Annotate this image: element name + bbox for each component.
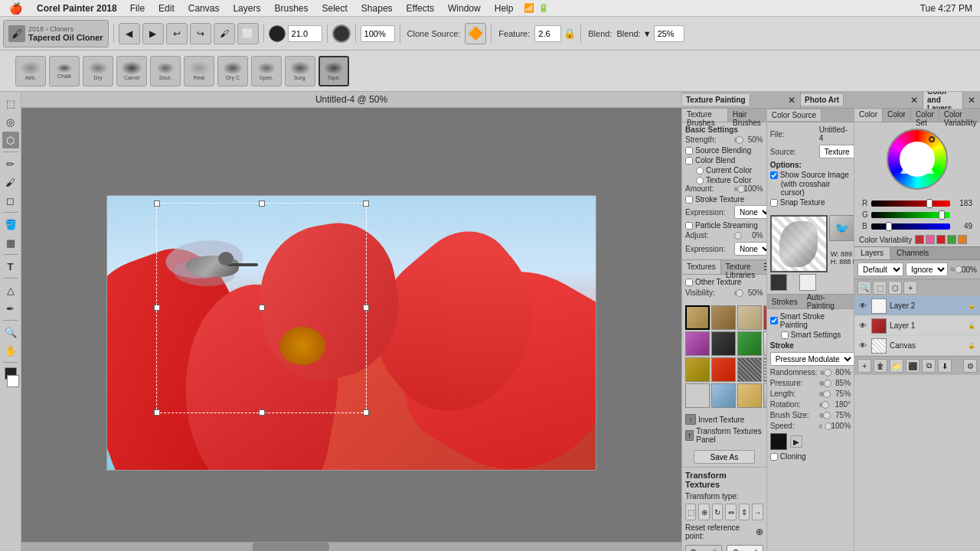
paint-tool[interactable]: ✏ — [2, 155, 19, 172]
zoom-tool[interactable]: 🔍 — [2, 324, 19, 341]
swatch-pink[interactable] — [926, 235, 935, 244]
canvas-container[interactable] — [21, 108, 681, 542]
select-lasso-tool[interactable]: ◎ — [2, 113, 19, 130]
tex-thumb-13[interactable] — [711, 383, 736, 408]
redo-btn[interactable]: ↪ — [190, 23, 211, 44]
layer-2-item[interactable]: 👁 Layer 2 🔒 — [854, 296, 980, 316]
commit-button[interactable]: Commit — [685, 545, 722, 551]
canvas-image[interactable] — [106, 195, 596, 471]
swatch-orange[interactable] — [958, 235, 967, 244]
expression-select[interactable]: None — [734, 205, 767, 219]
canvas-scrollbar[interactable] — [21, 542, 681, 551]
visibility-slider[interactable] — [734, 291, 737, 295]
length-slider[interactable] — [819, 392, 825, 396]
color-triangle[interactable] — [900, 145, 934, 174]
amount-slider[interactable] — [734, 187, 737, 191]
cancel-button[interactable]: Cancel — [727, 545, 763, 551]
tab-color-set[interactable]: Color Set — [911, 109, 939, 122]
menu-window[interactable]: Window — [441, 2, 488, 15]
brush-thumb-8[interactable]: Surg. — [285, 56, 315, 86]
smart-settings-check[interactable] — [781, 331, 789, 339]
expression2-select[interactable]: None — [734, 242, 767, 256]
tex-thumb-8[interactable] — [685, 357, 710, 382]
eraser-btn[interactable]: ⬜ — [237, 23, 259, 44]
tab-strokes[interactable]: Strokes — [767, 295, 802, 308]
feature-input[interactable] — [534, 25, 561, 42]
swatch-red2[interactable] — [936, 235, 946, 244]
layer-icon-1[interactable]: 🔍 — [858, 281, 871, 295]
tab-textures[interactable]: Textures — [682, 260, 721, 274]
r-slider[interactable] — [871, 201, 950, 207]
menu-effects[interactable]: Effects — [400, 2, 441, 15]
ignore-select[interactable]: Ignore — [906, 262, 948, 276]
canvas-scrollbar-thumb[interactable] — [253, 543, 329, 551]
layer-1-lock[interactable]: 🔒 — [966, 321, 977, 331]
cloning-check[interactable] — [770, 453, 778, 461]
tab-channels[interactable]: Channels — [890, 247, 935, 259]
speed-slider[interactable] — [819, 424, 825, 429]
clone-source-picker[interactable]: 🔶 — [465, 23, 486, 44]
adjust-slider[interactable] — [734, 233, 737, 238]
tab-color-variability[interactable]: Color Variability — [939, 109, 980, 122]
layer-group-btn[interactable]: 📁 — [890, 359, 903, 373]
gradient-tool[interactable]: ▦ — [2, 234, 19, 251]
swatch-green[interactable] — [947, 235, 956, 244]
brush-thumb-6[interactable]: Dry C — [217, 56, 248, 86]
g-slider[interactable] — [871, 212, 950, 218]
tex-thumb-2[interactable] — [737, 305, 762, 330]
randomness-slider[interactable] — [820, 370, 825, 375]
reset-reference-icon[interactable]: ⊕ — [756, 527, 763, 537]
transform-btn-select[interactable]: ⬚ — [685, 504, 696, 520]
layer-settings-btn[interactable]: ⚙ — [963, 359, 977, 373]
tab-layers[interactable]: Layers — [854, 247, 890, 259]
source-select[interactable]: Texture — [819, 145, 854, 158]
textures-menu-btn[interactable]: ☰ — [760, 260, 767, 274]
show-source-check[interactable] — [770, 171, 778, 179]
undo-btn[interactable]: ↩ — [166, 23, 188, 44]
apple-menu[interactable]: 🍎 — [0, 2, 31, 15]
rotation-slider[interactable] — [819, 403, 825, 407]
photo-color-btn-1[interactable] — [770, 274, 787, 291]
color-selector[interactable] — [332, 24, 351, 43]
shape-tool[interactable]: △ — [2, 282, 19, 298]
panel-color-close[interactable]: ✕ — [963, 95, 980, 106]
pressure-select[interactable]: Pressure Modulate — [770, 352, 854, 366]
tex-thumb-0[interactable] — [685, 305, 710, 330]
brush-back-btn[interactable]: ◀ — [119, 23, 140, 44]
tab-auto-painting[interactable]: Auto-Painting — [802, 291, 854, 312]
menu-shapes[interactable]: Shapes — [354, 2, 400, 15]
panel-photo-close[interactable]: ✕ — [906, 95, 923, 106]
other-texture-check[interactable] — [685, 279, 693, 286]
transform-tool[interactable]: ⬡ — [2, 132, 19, 148]
fill-tool[interactable]: 🪣 — [2, 216, 19, 233]
smart-stroke-check[interactable] — [770, 317, 778, 324]
tex-thumb-9[interactable] — [711, 357, 736, 382]
tab-color-1[interactable]: Color — [854, 109, 883, 122]
brush-thumb-7[interactable]: Spee. — [251, 56, 282, 86]
tab-color-2[interactable]: Color — [883, 109, 911, 122]
tab-texture-libraries[interactable]: Texture Libraries — [721, 260, 760, 274]
brush-tool[interactable]: 🖌 — [2, 174, 19, 191]
b-slider[interactable] — [871, 223, 950, 230]
layer-mask-btn[interactable]: ⬛ — [906, 359, 920, 373]
stroke-texture-check[interactable] — [685, 196, 693, 204]
layer-icon-4[interactable]: + — [903, 281, 917, 295]
invert-texture-label[interactable]: Invert Texture — [698, 416, 744, 424]
tab-hair-brushes[interactable]: Hair Brushes — [728, 109, 766, 122]
composite-select[interactable]: Default — [858, 262, 903, 276]
pressure2-slider[interactable] — [819, 381, 825, 386]
save-as-button[interactable]: Save As — [694, 450, 755, 464]
transform-textures-panel-label[interactable]: Transform Textures Panel — [696, 427, 763, 444]
text-tool[interactable]: T — [2, 258, 19, 275]
source-blending-check[interactable] — [685, 147, 693, 155]
tab-texture-brushes[interactable]: Texture Brushes — [682, 109, 728, 122]
menu-edit[interactable]: Edit — [152, 2, 181, 15]
canvas-layer-lock[interactable]: 🔒 — [966, 341, 977, 351]
tex-thumb-6[interactable] — [737, 331, 762, 356]
photo-thumb-hummingbird[interactable] — [770, 215, 828, 272]
layer-icon-3[interactable]: ⬡ — [888, 281, 902, 295]
new-layer-btn[interactable]: + — [858, 359, 871, 373]
brush-thumb-0[interactable]: Airb. — [15, 56, 46, 86]
lock-icon[interactable]: 🔒 — [564, 28, 576, 39]
pen-tool[interactable]: ✒ — [2, 300, 19, 317]
